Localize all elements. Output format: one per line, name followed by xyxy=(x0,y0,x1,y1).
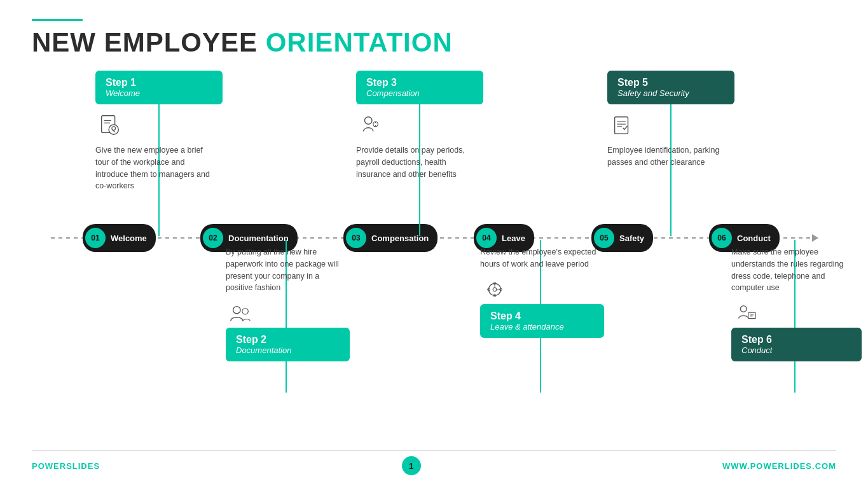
page: NEW EMPLOYEE ORIENTATION 01 Welcome 02 D… xyxy=(0,0,868,488)
step-label-4: Step 4 xyxy=(490,310,594,322)
page-title: NEW EMPLOYEE ORIENTATION xyxy=(32,27,836,58)
step-sub-4: Leave & attendance xyxy=(490,322,594,331)
footer-website: WWW.POWERLIDES.COM xyxy=(722,461,836,471)
desc-2: By putting all the new hire paperwork in… xyxy=(223,240,343,294)
step-label-5: Step 5 xyxy=(617,77,724,88)
step-label-1: Step 1 xyxy=(106,77,212,88)
bottom-col-6: Make sure the employee understands the r… xyxy=(728,240,862,361)
brand-power: POWER xyxy=(32,461,66,471)
title-part2: ORIENTATION xyxy=(266,27,453,57)
step-sub-6: Conduct xyxy=(741,345,851,355)
step-card-1: Step 1 Welcome xyxy=(95,71,223,104)
top-col-1: Step 1 Welcome Give the new employee a b… xyxy=(95,71,223,192)
top-col-3: Step 3 Compensation Provide details on p… xyxy=(356,71,483,180)
desc-1: Give the new employee a brief tour of th… xyxy=(95,144,216,192)
step-card-6: Step 6 Conduct xyxy=(731,328,862,361)
node-num-1: 01 xyxy=(85,228,106,248)
step-card-2: Step 2 Documentation xyxy=(226,328,350,361)
node-group-1: 01 Welcome xyxy=(83,224,156,252)
icon-5 xyxy=(607,111,636,139)
step-sub-2: Documentation xyxy=(236,345,340,355)
node-num-2: 02 xyxy=(203,228,223,248)
node-label-5: Safety xyxy=(619,234,644,243)
svg-rect-26 xyxy=(748,312,755,319)
step-sub-1: Welcome xyxy=(106,88,212,98)
svg-point-16 xyxy=(242,308,248,314)
step-label-6: Step 6 xyxy=(741,334,851,345)
desc-6: Make sure the employee understands the r… xyxy=(728,240,849,294)
icon-1 xyxy=(95,111,124,139)
desc-5: Employee identification, parking passes … xyxy=(607,144,728,169)
step-card-5: Step 5 Safety and Security xyxy=(607,71,734,104)
icon-4 xyxy=(480,275,509,304)
desc-3: Provide details on pay periods, payroll … xyxy=(356,144,477,180)
step-card-4: Step 4 Leave & attendance xyxy=(480,304,604,338)
icon-3 xyxy=(356,111,385,139)
icon-2 xyxy=(226,299,254,328)
step-sub-5: Safety and Security xyxy=(617,88,724,98)
step-label-2: Step 2 xyxy=(236,334,340,345)
step-sub-3: Compensation xyxy=(366,88,473,98)
svg-rect-11 xyxy=(614,116,628,134)
header-accent-line xyxy=(32,19,83,21)
top-col-5: Step 5 Safety and Security Employee iden… xyxy=(607,71,734,169)
footer: POWERSLIDES 1 WWW.POWERLIDES.COM xyxy=(32,450,836,475)
bottom-col-2: By putting all the new hire paperwork in… xyxy=(223,240,350,361)
timeline-area: 01 Welcome 02 Documentation 03 Compensat… xyxy=(32,71,836,450)
title-part1: NEW EMPLOYEE xyxy=(32,27,266,57)
bottom-col-4: Review the employee's expected hours of … xyxy=(477,240,604,338)
svg-point-15 xyxy=(233,306,240,313)
footer-page-num: 1 xyxy=(402,456,421,475)
icon-6 xyxy=(731,299,760,328)
timeline-node-3: 03 Compensation xyxy=(343,224,437,252)
node-label-1: Welcome xyxy=(111,234,147,243)
svg-point-22 xyxy=(493,288,497,291)
footer-brand-left: POWERSLIDES xyxy=(32,461,100,471)
svg-point-25 xyxy=(740,305,747,312)
svg-point-6 xyxy=(364,116,371,123)
node-group-3: 03 Compensation xyxy=(343,224,437,252)
step-label-3: Step 3 xyxy=(366,77,473,88)
timeline-track: 01 Welcome 02 Documentation 03 Compensat… xyxy=(32,236,836,240)
timeline-node-1: 01 Welcome xyxy=(83,224,156,252)
brand-slides: SLIDES xyxy=(66,461,100,471)
desc-4: Review the employee's expected hours of … xyxy=(477,240,598,270)
step-card-3: Step 3 Compensation xyxy=(356,71,483,104)
